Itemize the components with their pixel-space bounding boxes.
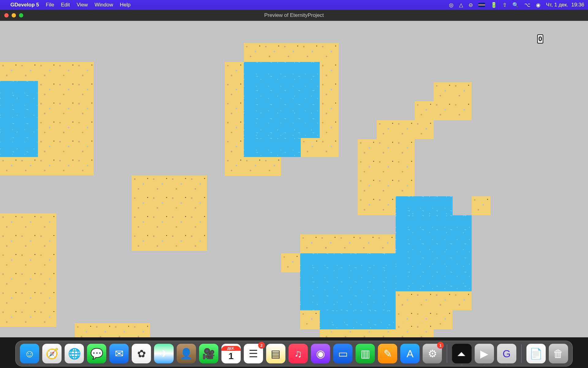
window-title: Preview of EternityProject bbox=[264, 12, 324, 18]
dock-notes-icon[interactable]: ▤ bbox=[266, 344, 285, 363]
spotlight-icon[interactable]: 🔍 bbox=[512, 2, 519, 8]
sand-tile bbox=[244, 43, 339, 62]
sand-tile bbox=[281, 253, 300, 272]
dock-pages-icon[interactable]: ✎ bbox=[378, 344, 397, 363]
menu-edit[interactable]: Edit bbox=[61, 2, 70, 8]
hud-score-badge: 0 bbox=[537, 34, 543, 44]
dock-trash-icon[interactable]: 🗑 bbox=[549, 344, 568, 363]
menubar-date[interactable]: Чт, 1 дек. bbox=[546, 2, 568, 8]
dock-messages-icon[interactable]: 💬 bbox=[87, 344, 106, 363]
sand-tile bbox=[132, 175, 207, 251]
window-titlebar: Preview of EternityProject bbox=[0, 10, 588, 21]
dock-document-icon[interactable]: 📄 bbox=[526, 344, 546, 363]
water-tile bbox=[244, 138, 301, 157]
sand-tile bbox=[0, 213, 56, 327]
status-vpn-icon[interactable]: ⊝ bbox=[469, 2, 473, 8]
macos-dock: ☺🧭🌐💬✉✿✈👤🎥ДЕК.1☰▤♫◉▭▥✎A⚙⏶▶G📄🗑 bbox=[15, 341, 573, 366]
sand-tile bbox=[377, 120, 434, 139]
menu-window[interactable]: Window bbox=[95, 2, 113, 8]
dock-appstore-icon[interactable]: A bbox=[400, 344, 420, 363]
app-name[interactable]: GDevelop 5 bbox=[10, 2, 39, 8]
water-tile bbox=[0, 81, 38, 157]
battery-icon[interactable]: 🔋 bbox=[491, 2, 497, 8]
dock-podcasts-icon[interactable]: ◉ bbox=[311, 344, 330, 363]
dock-mail-icon[interactable]: ✉ bbox=[109, 344, 129, 363]
sand-tile bbox=[300, 234, 395, 253]
dock-reminders-icon[interactable]: ☰ bbox=[244, 344, 263, 363]
window-close-button[interactable] bbox=[4, 13, 9, 17]
sand-tile bbox=[75, 323, 150, 337]
menu-help[interactable]: Help bbox=[120, 2, 130, 8]
dock-safari-icon[interactable]: 🧭 bbox=[42, 344, 62, 363]
dock-gdevelop-icon[interactable]: G bbox=[497, 344, 516, 363]
menu-view[interactable]: View bbox=[77, 2, 88, 8]
water-tile bbox=[300, 253, 396, 310]
dock-maps-icon[interactable]: ✈ bbox=[154, 344, 173, 363]
game-preview-canvas[interactable]: 0 bbox=[0, 21, 588, 337]
sand-tile bbox=[225, 157, 281, 176]
water-tile bbox=[396, 215, 472, 291]
dock-facetime-icon[interactable]: 🎥 bbox=[199, 344, 218, 363]
sand-tile bbox=[472, 196, 491, 215]
dock-contacts-icon[interactable]: 👤 bbox=[177, 344, 196, 363]
menu-file[interactable]: File bbox=[46, 2, 54, 8]
dock-music-icon[interactable]: ♫ bbox=[288, 344, 308, 363]
dock-separator bbox=[447, 344, 447, 363]
status-triangle-icon[interactable]: △ bbox=[459, 2, 463, 8]
hud-score-value: 0 bbox=[538, 35, 542, 43]
dock-separator bbox=[521, 344, 522, 363]
macos-menubar: GDevelop 5 File Edit View Window Help ◎ … bbox=[0, 0, 588, 10]
calendar-month-label: ДЕК. bbox=[221, 346, 241, 351]
window-zoom-button[interactable] bbox=[19, 13, 23, 17]
dock-edge-icon[interactable]: 🌐 bbox=[65, 344, 84, 363]
menubar-time[interactable]: 19:36 bbox=[571, 2, 584, 8]
dock-keynote-icon[interactable]: ▭ bbox=[333, 344, 352, 363]
dock-settings-icon[interactable]: ⚙ bbox=[423, 344, 442, 363]
window-minimize-button[interactable] bbox=[12, 13, 16, 17]
sand-tile bbox=[434, 82, 472, 120]
water-tile bbox=[396, 196, 453, 215]
dock-calendar-icon[interactable]: ДЕК.1 bbox=[221, 344, 241, 363]
sand-tile bbox=[415, 101, 434, 120]
water-tile bbox=[244, 62, 320, 138]
water-tile bbox=[320, 310, 396, 329]
dock-photos-icon[interactable]: ✿ bbox=[132, 344, 151, 363]
dock-numbers-icon[interactable]: ▥ bbox=[356, 344, 375, 363]
dock-finder-icon[interactable]: ☺ bbox=[20, 344, 39, 363]
status-indicator-icon[interactable]: ◎ bbox=[449, 2, 454, 8]
dock-activity-icon[interactable]: ⏶ bbox=[452, 344, 471, 363]
dock-quicktime-icon[interactable]: ▶ bbox=[475, 344, 494, 363]
wifi-icon[interactable]: ⇧ bbox=[503, 2, 507, 8]
calendar-day-number: 1 bbox=[228, 351, 234, 361]
siri-icon[interactable]: ◉ bbox=[536, 2, 541, 8]
input-language-flag-icon[interactable] bbox=[478, 3, 485, 7]
control-center-icon[interactable]: ⌥ bbox=[524, 2, 530, 8]
